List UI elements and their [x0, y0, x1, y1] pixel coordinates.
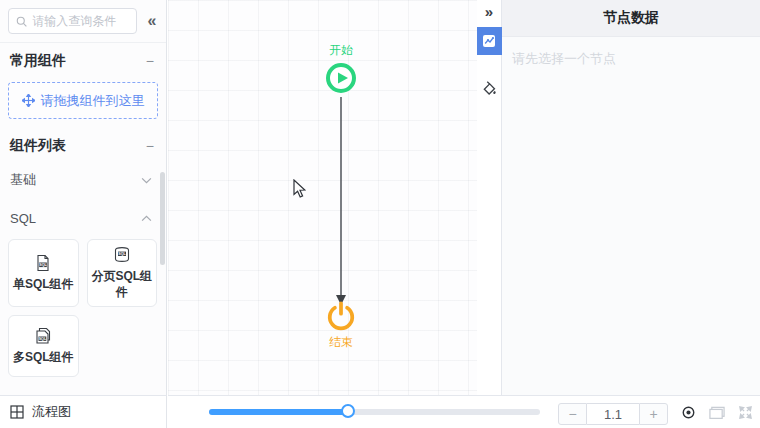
zoom-out-button[interactable]: − — [558, 403, 587, 425]
flowchart-tab-icon — [10, 405, 24, 419]
search-icon — [16, 15, 27, 28]
power-icon — [326, 301, 356, 331]
node-data-tool-button[interactable] — [477, 27, 502, 55]
component-card-paged-sql[interactable]: SQL 分页SQL组件 — [87, 239, 158, 307]
group-row-sql[interactable]: SQL — [0, 200, 166, 237]
sql-page-icon: SQL — [112, 246, 132, 264]
common-components-title: 常用组件 — [10, 52, 66, 70]
zoom-slider-fill — [209, 409, 348, 415]
group-row-tools[interactable]: 工具 — [0, 387, 166, 395]
paint-bucket-icon — [482, 81, 497, 96]
node-data-title: 节点数据 — [603, 9, 659, 27]
component-list-header: 组件列表 − — [0, 128, 166, 160]
sidebar-collapse-button[interactable]: « — [141, 13, 163, 29]
sql-components-grid: SQL 单SQL组件 SQL 分页SQL组件 SQL — [0, 237, 166, 387]
end-node-label: 结束 — [329, 334, 353, 351]
mouse-cursor — [293, 179, 306, 198]
format-paint-button[interactable] — [482, 81, 497, 100]
locate-center-button[interactable] — [681, 405, 696, 420]
zoom-slider[interactable] — [209, 409, 540, 415]
common-components-header: 常用组件 − — [0, 43, 166, 75]
sidebar-scrollbar-thumb[interactable] — [160, 172, 165, 265]
play-icon — [325, 62, 357, 94]
chevron-down-icon — [141, 177, 152, 184]
panel-collapse-button[interactable]: » — [485, 3, 493, 21]
component-card-label: 单SQL组件 — [13, 277, 74, 293]
component-card-multi-sql[interactable]: SQL 多SQL组件 — [8, 315, 79, 377]
svg-text:SQL: SQL — [118, 252, 126, 256]
tab-flowchart[interactable]: 流程图 — [32, 403, 71, 421]
component-sidebar: « 常用组件 − 请拖拽组件到这里 组件列表 − 基础 — [0, 0, 167, 395]
canvas-footer-icons — [681, 405, 753, 420]
node-data-placeholder: 请先选择一个节点 — [512, 51, 616, 66]
node-data-panel-header: 节点数据 — [502, 0, 760, 37]
start-node-label: 开始 — [329, 42, 353, 59]
svg-text:SQL: SQL — [40, 263, 48, 267]
sql-file-icon: SQL — [34, 254, 52, 272]
minimap-icon — [709, 406, 725, 420]
component-dropzone[interactable]: 请拖拽组件到这里 — [8, 82, 158, 119]
sql-stack-icon: SQL — [34, 327, 53, 345]
component-card-label: 分页SQL组件 — [90, 269, 155, 300]
search-row: « — [0, 0, 166, 43]
flow-canvas[interactable]: 开始 结束 — [168, 0, 477, 395]
canvas-footer: − 1.1 + — [168, 395, 760, 428]
svg-text:SQL: SQL — [38, 337, 46, 341]
minimap-button[interactable] — [709, 406, 725, 420]
node-data-panel-body: 请先选择一个节点 — [502, 37, 760, 81]
edge-start-to-end[interactable] — [168, 0, 477, 395]
end-node[interactable] — [326, 301, 356, 335]
zoom-stepper: − 1.1 + — [558, 403, 668, 425]
node-data-icon — [482, 34, 496, 48]
expand-arrows-icon — [738, 405, 753, 420]
node-data-panel: 节点数据 请先选择一个节点 — [502, 0, 760, 395]
move-icon — [22, 94, 35, 107]
zoom-slider-handle[interactable] — [341, 404, 355, 418]
component-card-single-sql[interactable]: SQL 单SQL组件 — [8, 239, 79, 307]
start-node[interactable] — [325, 62, 357, 98]
fullscreen-button[interactable] — [738, 405, 753, 420]
group-row-basic[interactable]: 基础 — [0, 160, 166, 200]
component-card-label: 多SQL组件 — [13, 350, 74, 366]
group-basic-label: 基础 — [10, 171, 36, 189]
search-input-wrap — [8, 8, 137, 34]
collapse-list-icon[interactable]: − — [146, 138, 154, 154]
sidebar-footer: 流程图 — [0, 395, 167, 428]
chevron-up-icon — [141, 215, 152, 222]
component-list-title: 组件列表 — [10, 137, 66, 155]
dropzone-label: 请拖拽组件到这里 — [41, 92, 145, 110]
zoom-in-button[interactable]: + — [639, 403, 668, 425]
flow-designer-app: « 常用组件 − 请拖拽组件到这里 组件列表 − 基础 — [0, 0, 760, 428]
target-icon — [681, 405, 696, 420]
inspector-toolbar: » — [477, 0, 502, 395]
group-sql-label: SQL — [10, 211, 36, 226]
search-input[interactable] — [32, 14, 129, 28]
zoom-value: 1.1 — [587, 403, 639, 425]
collapse-common-icon[interactable]: − — [146, 53, 154, 69]
